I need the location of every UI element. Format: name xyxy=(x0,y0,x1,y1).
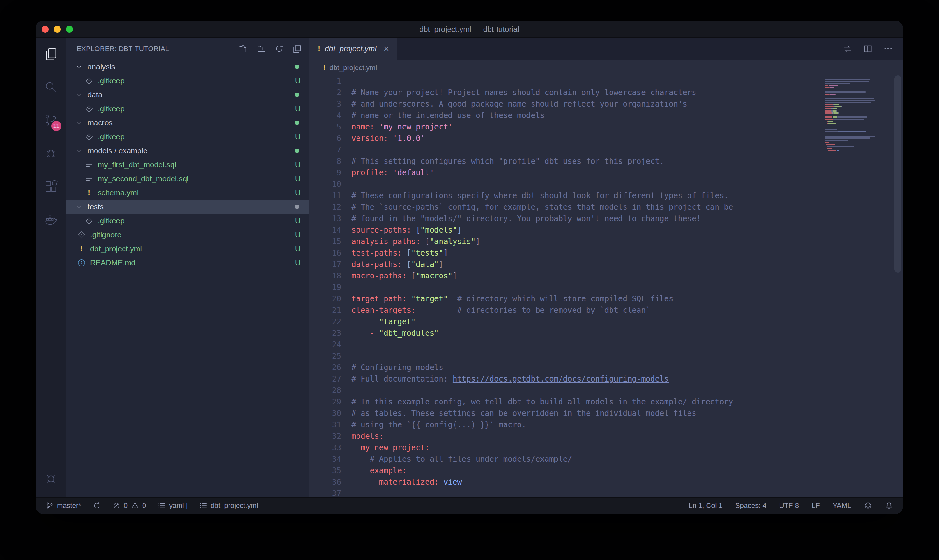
minimap-line xyxy=(825,135,879,137)
tree-item-label: analysis xyxy=(88,62,115,71)
folder-change-dot xyxy=(295,92,299,97)
code-line xyxy=(351,385,903,396)
files-icon xyxy=(44,47,58,62)
cursor-position-label: Ln 1, Col 1 xyxy=(688,502,722,510)
tree-folder-data[interactable]: data xyxy=(66,88,309,102)
code-content[interactable]: # Name your project! Project names shoul… xyxy=(351,75,903,497)
minimap-line xyxy=(825,121,879,122)
refresh-icon[interactable] xyxy=(274,44,284,54)
settings-gear-button[interactable] xyxy=(36,462,66,495)
search-activity-button[interactable] xyxy=(36,71,66,104)
git-status-untracked: U xyxy=(295,258,300,267)
git-status-untracked: U xyxy=(295,188,300,197)
eol-setting[interactable]: LF xyxy=(812,502,820,510)
window-title: dbt_project.yml — dbt-tutorial xyxy=(36,21,903,37)
tree-item-label: tests xyxy=(88,202,104,211)
breadcrumb-file: dbt_project.yml xyxy=(329,64,377,72)
sql-file-icon xyxy=(84,160,94,169)
open-changes-icon[interactable] xyxy=(842,44,853,54)
minimap-line xyxy=(825,148,879,149)
editor-scrollbar[interactable] xyxy=(894,75,901,273)
tree-file-dbt-project-yml[interactable]: !dbt_project.ymlU xyxy=(66,242,309,256)
debug-activity-button[interactable] xyxy=(36,137,66,170)
bell-icon xyxy=(885,502,893,510)
tree-file-gitkeep[interactable]: .gitkeepU xyxy=(66,214,309,228)
indentation-setting[interactable]: Spaces: 4 xyxy=(735,502,767,510)
tree-item-label: .gitkeep xyxy=(98,76,125,85)
tree-item-label: macros xyxy=(88,118,113,127)
tree-file-readme-md[interactable]: README.mdU xyxy=(66,256,309,270)
titlebar: dbt_project.yml — dbt-tutorial xyxy=(36,21,903,37)
line-number: 7 xyxy=(309,144,341,155)
tree-file-gitignore[interactable]: .gitignoreU xyxy=(66,228,309,242)
tree-folder-models-example[interactable]: models / example xyxy=(66,144,309,158)
code-line: source-paths: ["models"] xyxy=(351,224,903,236)
branch-icon xyxy=(46,502,54,510)
vscode-window: dbt_project.yml — dbt-tutorial 11 xyxy=(36,21,903,514)
dbt-language-status[interactable]: yaml | xyxy=(157,502,188,510)
line-number: 4 xyxy=(309,110,341,121)
explorer-activity-button[interactable] xyxy=(36,37,66,71)
git-file-icon xyxy=(77,230,86,240)
feedback-button[interactable] xyxy=(864,502,872,510)
new-file-icon[interactable] xyxy=(239,44,248,54)
close-tab-icon[interactable]: × xyxy=(383,43,389,54)
code-line xyxy=(351,75,903,87)
encoding-label: UTF-8 xyxy=(779,502,799,510)
eol-label: LF xyxy=(812,502,820,510)
problems-status[interactable]: 0 0 xyxy=(112,502,146,510)
code-line xyxy=(351,488,903,497)
tree-folder-analysis[interactable]: analysis xyxy=(66,60,309,74)
warning-count: 0 xyxy=(142,502,146,510)
split-editor-icon[interactable] xyxy=(863,44,873,54)
new-folder-icon[interactable] xyxy=(257,44,266,54)
tree-item-label: .gitignore xyxy=(90,230,122,239)
tree-folder-tests[interactable]: tests xyxy=(66,200,309,214)
git-file-icon xyxy=(84,132,94,142)
code-line: # This setting configures which "profile… xyxy=(351,155,903,167)
yaml-warning-icon: ! xyxy=(318,44,320,53)
line-number: 14 xyxy=(309,224,341,236)
tree-file-gitkeep[interactable]: .gitkeepU xyxy=(66,102,309,116)
activity-bar: 11 xyxy=(36,37,66,497)
code-line: - "dbt_modules" xyxy=(351,328,903,339)
encoding-setting[interactable]: UTF-8 xyxy=(779,502,799,510)
status-bar: master* 0 0 yaml | xyxy=(36,497,903,514)
git-status-untracked: U xyxy=(295,76,300,85)
docker-activity-button[interactable] xyxy=(36,203,66,236)
cursor-position[interactable]: Ln 1, Col 1 xyxy=(688,502,722,510)
folder-change-dot xyxy=(295,149,299,153)
code-line: # using the `{{ config(...) }}` macro. xyxy=(351,419,903,431)
more-actions-icon[interactable] xyxy=(883,44,893,54)
code-line xyxy=(351,339,903,350)
code-line xyxy=(351,350,903,362)
minimap-line xyxy=(825,95,879,97)
tree-item-label: dbt_project.yml xyxy=(90,245,142,253)
minimap[interactable] xyxy=(825,77,879,154)
tree-file-schema-yml[interactable]: !schema.ymlU xyxy=(66,186,309,200)
chevron-down-icon xyxy=(74,202,84,212)
tree-file-gitkeep[interactable]: .gitkeepU xyxy=(66,74,309,88)
tree-folder-macros[interactable]: macros xyxy=(66,116,309,130)
line-number: 22 xyxy=(309,316,341,328)
tree-file-gitkeep[interactable]: .gitkeepU xyxy=(66,130,309,144)
dbt-file-status[interactable]: dbt_project.yml xyxy=(199,502,258,510)
tab-dbt-project-yml[interactable]: ! dbt_project.yml × xyxy=(309,37,397,60)
minimap-line xyxy=(825,140,879,141)
editor-pane[interactable]: 1234567891011121314151617181920212223242… xyxy=(309,75,903,497)
language-mode[interactable]: YAML xyxy=(833,502,851,510)
extensions-activity-button[interactable] xyxy=(36,170,66,203)
git-branch-status[interactable]: master* xyxy=(46,502,81,510)
collapse-all-icon[interactable] xyxy=(292,44,302,54)
folder-change-dot xyxy=(295,65,299,69)
tree-file-my-second-dbt-model-sql[interactable]: my_second_dbt_model.sqlU xyxy=(66,172,309,186)
sync-status[interactable] xyxy=(92,502,101,510)
notifications-button[interactable] xyxy=(885,502,893,510)
code-line: name: 'my_new_project' xyxy=(351,121,903,133)
line-number: 18 xyxy=(309,270,341,282)
line-number: 23 xyxy=(309,328,341,339)
source-control-activity-button[interactable]: 11 xyxy=(36,104,66,137)
breadcrumb[interactable]: ! dbt_project.yml xyxy=(309,60,903,75)
minimap-line xyxy=(825,137,879,139)
tree-file-my-first-dbt-model-sql[interactable]: my_first_dbt_model.sqlU xyxy=(66,158,309,172)
